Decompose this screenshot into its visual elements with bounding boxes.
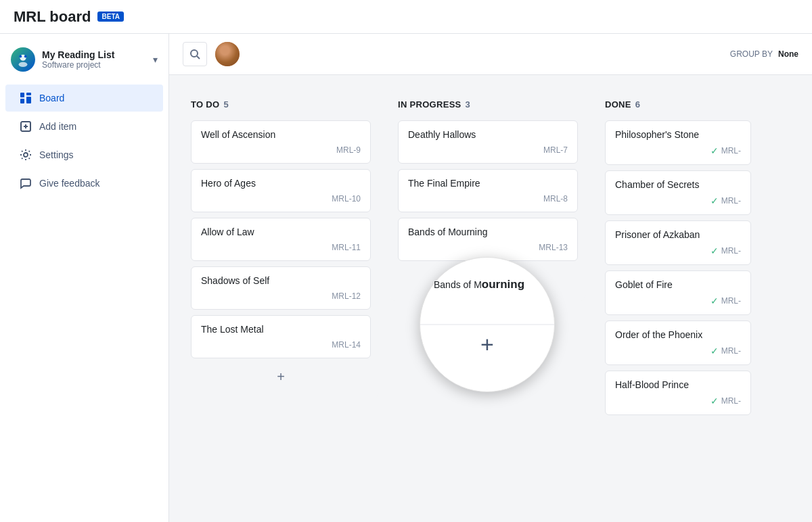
- group-by-label: GROUP BY: [730, 49, 773, 59]
- svg-point-2: [20, 55, 22, 58]
- layout: My Reading List Software project ▾ Board: [0, 34, 812, 522]
- avatar-image: [215, 42, 240, 66]
- card-done-5-id: MRL-: [721, 346, 741, 356]
- svg-rect-5: [20, 99, 24, 103]
- card-done-4-id: MRL-: [721, 296, 741, 306]
- card-done-3-id: MRL-: [721, 246, 741, 256]
- card-mrl11[interactable]: Allow of Law MRL-11: [191, 218, 371, 261]
- svg-point-3: [24, 55, 27, 58]
- card-done-5[interactable]: Order of the Phoenix ✓ MRL-: [605, 321, 751, 365]
- card-mrl11-title: Allow of Law: [201, 227, 361, 237]
- cursor-divider: [420, 325, 554, 325]
- project-chevron-icon: ▾: [153, 54, 158, 65]
- svg-rect-7: [26, 97, 31, 103]
- card-done-3[interactable]: Prisoner of Azkaban ✓ MRL-: [605, 220, 751, 265]
- card-mrl7[interactable]: Deathly Hallows MRL-7: [398, 120, 578, 164]
- card-mrl14[interactable]: The Lost Metal MRL-14: [191, 315, 371, 358]
- card-done-2-footer: ✓ MRL-: [615, 195, 741, 206]
- project-name: My Reading List: [42, 49, 153, 60]
- card-mrl9-footer: MRL-9: [201, 145, 361, 155]
- card-mrl8[interactable]: The Final Empire MRL-8: [398, 169, 578, 212]
- card-mrl12-title: Shadows of Self: [201, 275, 361, 286]
- check-icon-3: ✓: [710, 245, 719, 256]
- card-done-2-id: MRL-: [721, 196, 741, 206]
- card-done-1[interactable]: Philosopher's Stone ✓ MRL-: [605, 120, 751, 165]
- card-done-2[interactable]: Chamber of Secrets ✓ MRL-: [605, 170, 751, 215]
- card-done-3-footer: ✓ MRL-: [615, 245, 741, 256]
- sidebar-board-label: Board: [39, 93, 64, 103]
- page-title: MRL board: [14, 8, 91, 26]
- card-mrl12[interactable]: Shadows of Self MRL-12: [191, 266, 371, 310]
- card-done-4-title: Goblet of Fire: [615, 279, 741, 290]
- check-icon-1: ✓: [710, 145, 719, 156]
- sidebar-add-label: Add item: [39, 121, 76, 132]
- card-mrl7-id: MRL-7: [543, 145, 568, 155]
- card-done-1-footer: ✓ MRL-: [615, 145, 741, 156]
- board-icon: [19, 91, 32, 105]
- card-done-4-footer: ✓ MRL-: [615, 295, 741, 306]
- sidebar-settings-label: Settings: [39, 149, 74, 160]
- avatar[interactable]: [215, 42, 240, 66]
- card-mrl8-title: The Final Empire: [408, 178, 568, 189]
- card-done-6-footer: ✓ MRL-: [615, 396, 741, 406]
- project-info: My Reading List Software project: [42, 49, 153, 70]
- column-done: DONE 6 Philosopher's Stone ✓ MRL- Chambe…: [597, 89, 759, 423]
- sidebar-item-settings[interactable]: Settings: [5, 141, 163, 168]
- svg-rect-4: [20, 93, 24, 97]
- card-mrl10[interactable]: Hero of Ages MRL-10: [191, 169, 371, 212]
- card-mrl10-id: MRL-10: [332, 194, 361, 204]
- card-mrl12-footer: MRL-12: [201, 291, 361, 301]
- card-mrl13-id: MRL-13: [539, 243, 568, 252]
- column-done-title: DONE: [605, 99, 631, 110]
- card-mrl7-title: Deathly Hallows: [408, 129, 568, 140]
- card-done-1-id: MRL-: [721, 146, 741, 156]
- card-done-1-title: Philosopher's Stone: [615, 129, 741, 140]
- sidebar-item-add[interactable]: Add item: [5, 113, 163, 140]
- svg-line-13: [197, 56, 200, 59]
- card-mrl14-title: The Lost Metal: [201, 324, 361, 335]
- card-mrl8-footer: MRL-8: [408, 194, 568, 204]
- add-todo-card-button[interactable]: +: [191, 364, 371, 390]
- group-by-value[interactable]: None: [778, 49, 798, 59]
- card-mrl14-id: MRL-14: [332, 340, 361, 350]
- sidebar-feedback-label: Give feedback: [39, 178, 100, 189]
- sidebar: My Reading List Software project ▾ Board: [0, 34, 169, 522]
- sidebar-project[interactable]: My Reading List Software project ▾: [0, 41, 168, 78]
- search-button[interactable]: [183, 42, 207, 66]
- card-mrl10-footer: MRL-10: [201, 194, 361, 204]
- column-todo-title: TO DO: [191, 99, 219, 110]
- svg-rect-6: [26, 93, 31, 95]
- bands-overlay-text: Bands of Mourning: [434, 278, 541, 291]
- project-logo: [11, 47, 35, 72]
- card-mrl9[interactable]: Well of Ascension MRL-9: [191, 120, 371, 164]
- column-done-count: 6: [635, 99, 640, 110]
- sidebar-item-feedback[interactable]: Give feedback: [5, 170, 163, 197]
- card-mrl13[interactable]: Bands of Mourning MRL-13: [398, 218, 578, 261]
- feedback-icon: [19, 176, 32, 190]
- card-mrl9-title: Well of Ascension: [201, 129, 361, 140]
- card-done-5-footer: ✓ MRL-: [615, 346, 741, 356]
- sidebar-item-board[interactable]: Board: [5, 85, 163, 112]
- column-inprogress-header: IN PROGRESS 3: [398, 97, 578, 115]
- card-done-6[interactable]: Half-Blood Prince ✓ MRL-: [605, 371, 751, 415]
- svg-point-12: [191, 50, 198, 57]
- column-inprogress-count: 3: [466, 99, 470, 110]
- header: MRL board BETA: [0, 0, 812, 34]
- plus-cursor-icon[interactable]: +: [480, 331, 494, 358]
- card-mrl13-footer: MRL-13: [408, 243, 568, 252]
- column-inprogress-title: IN PROGRESS: [398, 99, 461, 110]
- check-icon-4: ✓: [710, 295, 719, 306]
- card-done-2-title: Chamber of Secrets: [615, 179, 741, 190]
- add-todo-icon: +: [277, 369, 285, 385]
- beta-badge: BETA: [97, 11, 123, 22]
- check-icon-2: ✓: [710, 195, 719, 206]
- card-done-5-title: Order of the Phoenix: [615, 329, 741, 340]
- card-done-4[interactable]: Goblet of Fire ✓ MRL-: [605, 270, 751, 315]
- card-mrl7-footer: MRL-7: [408, 145, 568, 155]
- add-item-icon: [19, 120, 32, 133]
- check-icon-5: ✓: [710, 346, 719, 356]
- cursor-overlay: Bands of Mourning +: [420, 257, 555, 392]
- card-mrl14-footer: MRL-14: [201, 340, 361, 350]
- column-todo-header: TO DO 5: [191, 97, 371, 115]
- card-done-6-title: Half-Blood Prince: [615, 379, 741, 390]
